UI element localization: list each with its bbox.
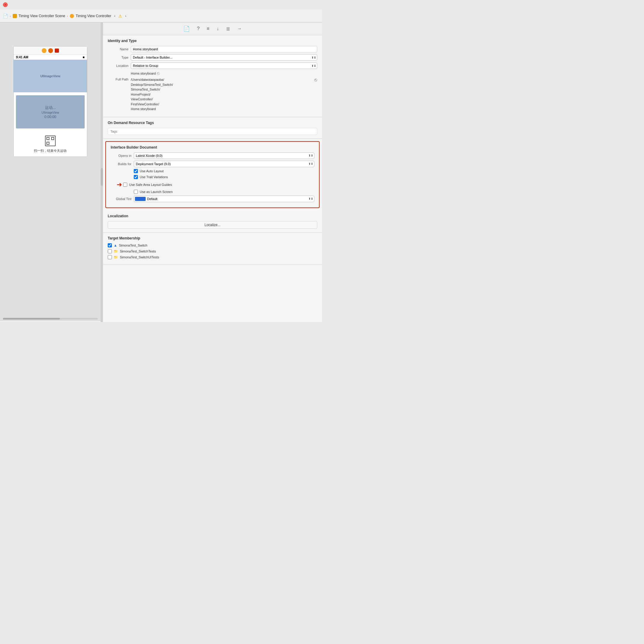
- arrow-annotation: ➜ Use Safe Area Layout Guides: [111, 181, 314, 189]
- breadcrumb-vc[interactable]: Timing View Controller: [76, 14, 111, 18]
- inspector-connect-icon[interactable]: →: [236, 25, 243, 32]
- global-tint-select-wrapper: Default ⬆⬇: [134, 196, 314, 202]
- inspector-identity-icon[interactable]: ≡: [205, 25, 210, 32]
- status-bar: 9:41 AM ■: [14, 55, 87, 60]
- target-icon-2: 📁: [114, 255, 118, 259]
- use-trait-variations-checkbox[interactable]: [134, 175, 138, 179]
- breadcrumb-scene[interactable]: Timing View Controller Scene: [19, 14, 65, 18]
- name-row: Name: [108, 46, 317, 52]
- builds-for-select[interactable]: Deployment Target (9.0): [134, 161, 314, 167]
- use-safe-area-checkbox[interactable]: [123, 183, 127, 187]
- type-select[interactable]: Default - Interface Builder...: [131, 54, 317, 61]
- toolbar-orange-icon: [48, 48, 53, 53]
- canvas-scrollbar-thumb: [3, 318, 60, 320]
- opens-in-select[interactable]: Latest Xcode (9.0): [134, 152, 314, 159]
- imageview-label: UIImageView: [40, 74, 60, 78]
- nav-forward[interactable]: ›: [124, 13, 128, 19]
- target-checkbox-0[interactable]: [108, 243, 112, 247]
- canvas-area: 9:41 AM ■ UIImageView 运动... UIImageView …: [0, 22, 101, 322]
- inspector-attr-icon[interactable]: ↓: [215, 25, 220, 32]
- inspector-toolbar: 📄 ? ≡ ↓ ≣ →: [103, 22, 322, 35]
- type-label: Type: [108, 56, 128, 59]
- mid-imageview: 运动... UIImageView 0:00:00: [16, 95, 85, 128]
- interface-builder-section: Interface Builder Document Opens in Late…: [105, 141, 320, 208]
- on-demand-section: On Demand Resource Tags: [103, 117, 322, 139]
- nav-bar: 📄 › Timing View Controller Scene › Timin…: [0, 9, 322, 22]
- inspector-file-icon[interactable]: 📄: [182, 25, 191, 33]
- use-auto-layout-checkbox[interactable]: [134, 169, 138, 173]
- target-checkbox-2[interactable]: [108, 255, 112, 259]
- warning-badge: ⚠: [118, 14, 122, 18]
- right-panel: 📄 ? ≡ ↓ ≣ → Identity and Type Name Type …: [103, 22, 322, 322]
- red-arrow-icon: ➜: [117, 181, 122, 189]
- breadcrumb-sep-1: ›: [10, 14, 11, 18]
- use-launch-screen-row: Use as Launch Screen: [111, 190, 314, 194]
- use-launch-screen-label: Use as Launch Screen: [140, 190, 173, 194]
- close-button[interactable]: ×: [3, 2, 8, 7]
- target-label-0: SimonaTest_Switch: [119, 244, 147, 247]
- iphone-content: UIImageView 运动... UIImageView 0:00:00: [14, 60, 87, 157]
- fullpath-label: Full Path: [108, 77, 128, 81]
- builds-for-row: Builds for Deployment Target (9.0) ⬆⬇: [111, 161, 314, 167]
- tags-input[interactable]: [108, 128, 317, 135]
- global-tint-select[interactable]: Default: [134, 196, 314, 202]
- ib-title: Interface Builder Document: [111, 145, 314, 149]
- name-input[interactable]: [131, 46, 317, 52]
- inspector-help-icon[interactable]: ?: [196, 25, 201, 32]
- uiimageview-label: UIImageView: [41, 111, 59, 114]
- view-as-bar: View as: iPhone 8 Plus ( w C h R ) ↻ ⬇ ⇔…: [0, 321, 101, 322]
- localize-button[interactable]: Localize...: [108, 221, 317, 229]
- identity-type-title: Identity and Type: [108, 39, 317, 43]
- fullpath-reveal-icon[interactable]: ⎋: [314, 77, 317, 83]
- toolbar-red-icon: [55, 49, 59, 53]
- location-select-wrapper: Relative to Group ⬆⬇: [131, 62, 317, 69]
- filename-text: Home.storyboard: [131, 72, 156, 75]
- target-row-0: ▲ SimonaTest_Switch: [108, 243, 317, 247]
- svg-rect-0: [47, 137, 49, 140]
- target-membership-section: Target Membership ▲ SimonaTest_Switch 📁 …: [103, 233, 322, 265]
- use-auto-layout-label: Use Auto Layout: [140, 169, 164, 173]
- fullpath-content: /Users/daiwotaopaoba/Desktop/SimonaTest_…: [131, 77, 313, 112]
- svg-rect-1: [51, 137, 54, 140]
- fullpath-row: Full Path /Users/daiwotaopaoba/Desktop/S…: [108, 77, 317, 112]
- localization-section: Localization Localize...: [103, 210, 322, 233]
- use-trait-variations-row: Use Trait Variations: [111, 175, 314, 179]
- target-icon-0: ▲: [114, 243, 117, 247]
- global-tint-row: Global Tint Default ⬆⬇: [111, 196, 314, 202]
- iphone-toolbar: [14, 46, 87, 55]
- main-layout: 9:41 AM ■ UIImageView 运动... UIImageView …: [0, 22, 322, 322]
- type-row: Type Default - Interface Builder... ⬆⬇: [108, 54, 317, 61]
- use-safe-area-label: Use Safe Area Layout Guides: [129, 183, 172, 186]
- target-checkbox-1[interactable]: [108, 249, 112, 253]
- scroll-handle[interactable]: [101, 168, 103, 186]
- localization-title: Localization: [108, 214, 317, 218]
- on-demand-title: On Demand Resource Tags: [108, 121, 317, 125]
- target-membership-title: Target Membership: [108, 236, 317, 240]
- builds-for-select-wrapper: Deployment Target (9.0) ⬆⬇: [134, 161, 314, 167]
- use-safe-area-row: Use Safe Area Layout Guides: [123, 183, 172, 187]
- use-launch-screen-checkbox[interactable]: [134, 190, 138, 194]
- timer-label: 0:00:00: [44, 115, 56, 119]
- storyboard-icon: [13, 14, 17, 18]
- inspector-size-icon[interactable]: ≣: [225, 25, 231, 32]
- battery-icon: ■: [83, 55, 85, 59]
- iphone-mockup: 9:41 AM ■ UIImageView 运动... UIImageView …: [13, 46, 87, 157]
- toolbar-yellow-icon: [42, 48, 46, 53]
- reveal-icon[interactable]: ⎋: [157, 71, 160, 76]
- status-time: 9:41 AM: [16, 55, 28, 59]
- canvas-scrollbar[interactable]: [3, 318, 98, 320]
- title-bar: ×: [0, 0, 322, 9]
- location-select[interactable]: Relative to Group: [131, 62, 317, 69]
- panel-divider: [101, 22, 103, 322]
- global-tint-label: Global Tint: [111, 197, 131, 201]
- svg-rect-2: [47, 142, 49, 144]
- nav-file-icon: 📄: [3, 14, 8, 18]
- qr-section: 扫一扫，结束今天运动: [14, 131, 87, 157]
- location-row: Location Relative to Group ⬆⬇: [108, 62, 317, 69]
- vc-icon: [70, 14, 74, 18]
- use-auto-layout-row: Use Auto Layout: [111, 169, 314, 173]
- top-imageview: UIImageView: [14, 60, 87, 92]
- nav-back[interactable]: ‹: [113, 13, 117, 19]
- identity-type-section: Identity and Type Name Type Default - In…: [103, 35, 322, 117]
- type-select-wrapper: Default - Interface Builder... ⬆⬇: [131, 54, 317, 61]
